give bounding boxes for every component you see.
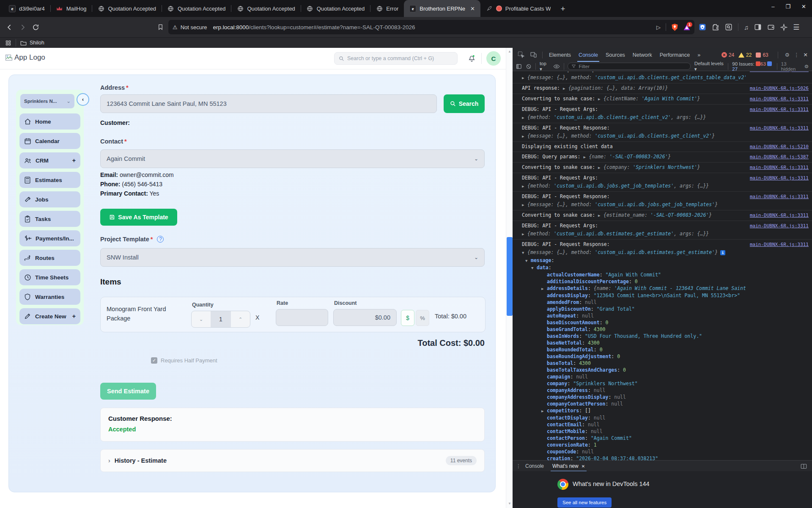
- company-selector[interactable]: Sprinklers N... ⌄: [20, 94, 74, 108]
- media-control-icon[interactable]: ♫: [744, 24, 749, 31]
- search-box-icon[interactable]: [725, 23, 732, 31]
- source-link[interactable]: main-DUBNX-6R.js:5026: [750, 84, 809, 92]
- forward-icon[interactable]: [19, 24, 26, 31]
- sidebar-item-routes[interactable]: Routes: [19, 250, 80, 266]
- add-icon[interactable]: +: [72, 313, 76, 320]
- wallet-icon[interactable]: [767, 23, 775, 31]
- project-template-select[interactable]: SNW Install⌄: [100, 248, 485, 267]
- sidebar-item-tasks[interactable]: Tasks: [19, 211, 80, 227]
- sidebar-item-jobs[interactable]: Jobs: [19, 191, 80, 207]
- expand-arrow-icon[interactable]: ▶: [583, 153, 589, 161]
- sidebar-item-home[interactable]: Home: [19, 113, 80, 130]
- log-levels-dropdown[interactable]: Default levels ▾: [694, 61, 724, 72]
- flag-count[interactable]: 63: [756, 52, 768, 58]
- expand-arrow-icon[interactable]: ▶: [598, 95, 604, 103]
- bell-icon[interactable]: [468, 54, 476, 62]
- browser-tab-8[interactable]: Profitable Casts W: [480, 0, 557, 17]
- devtools-tab-elements[interactable]: Elements: [545, 48, 575, 62]
- rate-input[interactable]: [276, 309, 328, 326]
- live-expression-eye-icon[interactable]: [553, 64, 560, 69]
- scroll-up-icon[interactable]: ▲: [506, 50, 513, 53]
- leo-ai-sparkle-icon[interactable]: [780, 24, 787, 31]
- source-link[interactable]: main-DUBNX-6R.js:3311: [750, 222, 809, 230]
- expand-arrow-icon[interactable]: ▼: [522, 249, 527, 257]
- browser-tab-3[interactable]: Quotation Accepted: [162, 0, 231, 17]
- sidebar-toggle-icon[interactable]: [754, 23, 762, 31]
- sidebar-item-calendar[interactable]: Calendar: [19, 133, 80, 149]
- info-icon[interactable]: i: [720, 250, 725, 255]
- bookmark-folder-shiloh[interactable]: Shiloh: [20, 40, 44, 46]
- minimize-button[interactable]: –: [771, 3, 774, 10]
- source-link[interactable]: main-DUBNX-6R.js:3311: [750, 163, 809, 171]
- send-page-icon[interactable]: ▷: [656, 24, 661, 30]
- browser-tab-2[interactable]: Quotation Accepted: [92, 0, 161, 17]
- sidebar-collapse-button[interactable]: ‹: [77, 93, 89, 106]
- source-link[interactable]: main-DUBNX-6R.js:3311: [750, 105, 809, 113]
- sidebar-item-create-new[interactable]: Create New+: [19, 308, 80, 324]
- discount-dollar-toggle[interactable]: $: [401, 310, 414, 326]
- console-sidebar-icon[interactable]: [516, 64, 522, 69]
- expand-arrow-icon[interactable]: ▶: [522, 114, 527, 122]
- stepper-up-icon[interactable]: ⌃: [231, 311, 250, 327]
- devtools-tab-network[interactable]: Network: [629, 48, 656, 62]
- sidebar-item-warranties[interactable]: Warranties: [19, 289, 80, 305]
- close-icon[interactable]: ✕: [582, 464, 585, 469]
- devtools-tab-performance[interactable]: Performance: [656, 48, 694, 62]
- brave-rewards-icon[interactable]: 1: [683, 24, 690, 30]
- expand-arrow-icon[interactable]: ▶: [522, 133, 527, 141]
- expand-arrow-icon[interactable]: ▶: [563, 85, 568, 93]
- expand-arrow-icon[interactable]: ▶: [522, 182, 527, 190]
- source-link[interactable]: main-DUBNX-6R.js:3311: [750, 95, 809, 103]
- source-link[interactable]: main-DUBNX-6R.js:3311: [750, 211, 809, 219]
- new-tab-button[interactable]: +: [560, 4, 565, 14]
- error-count[interactable]: ✕24: [721, 52, 734, 58]
- browser-tab-6[interactable]: Error: [370, 0, 404, 17]
- close-button[interactable]: ✕: [801, 3, 806, 10]
- quantity-stepper[interactable]: ⌄ 1 ⌃: [191, 311, 250, 328]
- send-estimate-button[interactable]: Send Estimate: [100, 383, 156, 400]
- source-link[interactable]: main-DUBNX-6R.js:3311: [750, 240, 809, 248]
- tab-close-icon[interactable]: ✕: [470, 6, 475, 12]
- expand-arrow-icon[interactable]: ▶: [522, 230, 527, 238]
- split-panel-icon[interactable]: [801, 464, 807, 469]
- expand-arrow-icon[interactable]: ▶: [598, 212, 604, 220]
- expand-arrow-icon[interactable]: ▶: [598, 164, 604, 172]
- scroll-down-icon[interactable]: ▼: [506, 502, 513, 505]
- menu-hamburger-icon[interactable]: ☰: [793, 23, 799, 32]
- address-search-button[interactable]: Search: [444, 94, 485, 113]
- source-link[interactable]: main-DUBNX-6R.js:3311: [750, 72, 809, 74]
- sidebar-item-payments-in[interactable]: Payments/In...: [19, 230, 80, 246]
- stepper-down-icon[interactable]: ⌄: [192, 311, 211, 327]
- issues-summary[interactable]: 90 Issues: 63 27: [732, 61, 773, 72]
- scrollbar-thumb[interactable]: [507, 237, 513, 316]
- expand-arrow-icon[interactable]: ▶: [541, 408, 547, 414]
- brave-shield-icon[interactable]: [671, 23, 678, 31]
- browser-tab-4[interactable]: Quotation Accepted: [231, 0, 300, 17]
- source-link[interactable]: main-DUBNX-6R.js:5210: [750, 143, 809, 151]
- sidebar-item-time-sheets[interactable]: Time Sheets: [19, 269, 80, 285]
- source-link[interactable]: main-DUBNX-6R.js:3311: [750, 174, 809, 182]
- devtools-tab-console[interactable]: Console: [575, 48, 602, 62]
- app-logo[interactable]: App Logo: [5, 53, 45, 62]
- expand-arrow-icon[interactable]: ▶: [522, 201, 527, 209]
- bookmark-icon[interactable]: [157, 23, 164, 31]
- device-toolbar-icon[interactable]: [530, 51, 537, 58]
- devtools-kebab-icon[interactable]: ⋮: [794, 52, 799, 58]
- browser-tab-5[interactable]: Quotation Accepted: [301, 0, 370, 17]
- contact-select[interactable]: Again Commit⌄: [100, 149, 485, 168]
- avatar[interactable]: C: [486, 51, 501, 66]
- expand-arrow-icon[interactable]: ▼: [525, 257, 531, 264]
- url-field[interactable]: ⚠ Not secure erp.local:8000/clients?look…: [168, 20, 694, 34]
- see-all-features-button[interactable]: See all new features: [557, 497, 612, 508]
- back-icon[interactable]: [6, 24, 13, 31]
- sidebar-item-estimates[interactable]: Estimates: [19, 172, 80, 188]
- source-link[interactable]: main-DUBNX-6R.js:5387: [750, 153, 809, 161]
- add-icon[interactable]: +: [72, 157, 76, 164]
- reload-icon[interactable]: [32, 24, 39, 31]
- warning-count[interactable]: 22: [738, 52, 752, 58]
- browser-tab-0[interactable]: ed3i9ei0ar4: [3, 0, 50, 17]
- help-icon[interactable]: ?: [157, 236, 164, 243]
- restore-button[interactable]: ❐: [785, 3, 790, 10]
- discount-percent-toggle[interactable]: %: [416, 310, 429, 326]
- expand-arrow-icon[interactable]: ▶: [522, 74, 527, 82]
